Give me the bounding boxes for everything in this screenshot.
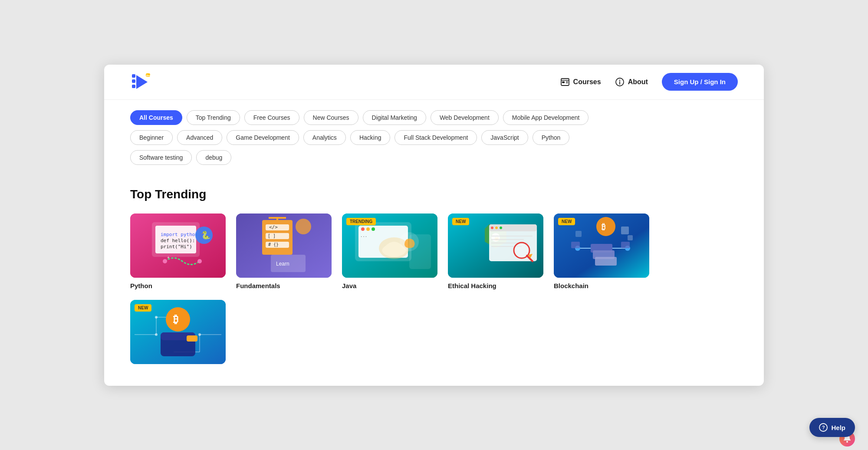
course-badge-java: TRENDING: [346, 218, 376, 225]
main-content: Top Trending import python def hello(): …: [104, 174, 764, 386]
signin-button[interactable]: Sign Up / Sign In: [662, 73, 738, 91]
nav-about[interactable]: About: [615, 77, 648, 87]
filter-tag[interactable]: Free Courses: [244, 110, 299, 125]
course-card-java[interactable]: ... TRENDINGJava: [342, 214, 437, 289]
header: Beta Courses: [104, 65, 764, 100]
filter-tag[interactable]: Digital Marketing: [363, 110, 426, 125]
help-button[interactable]: ? Help: [809, 418, 855, 437]
nav: Courses About Sign Up / Sign In: [560, 73, 738, 91]
svg-text:def hello():: def hello():: [161, 238, 195, 243]
section-title: Top Trending: [130, 187, 738, 201]
nav-about-label: About: [628, 78, 648, 86]
course-card-blockchain[interactable]: ₿ NEWBlockchain: [554, 214, 649, 289]
filter-row-1: All CoursesTop TrendingFree CoursesNew C…: [130, 110, 738, 125]
course-thumbnail-ethical-hacking: 🔒 NEW: [448, 214, 543, 278]
svg-point-93: [846, 441, 848, 443]
course-thumbnail-crypto-wallet: ₿ NEW: [130, 300, 226, 364]
courses-second-row: ₿ NEW: [130, 300, 738, 368]
filter-tag[interactable]: Web Development: [431, 110, 499, 125]
courses-icon: [560, 77, 570, 87]
svg-rect-73: [571, 242, 580, 248]
main-window: Beta Courses: [104, 65, 764, 386]
svg-text:import python: import python: [161, 232, 198, 237]
svg-rect-74: [621, 242, 630, 248]
filter-tag[interactable]: Python: [533, 130, 570, 145]
svg-point-43: [372, 227, 375, 231]
about-icon: [615, 77, 625, 87]
svg-rect-47: [409, 234, 431, 269]
course-thumbnail-blockchain: ₿ NEW: [554, 214, 649, 278]
svg-point-22: [163, 259, 167, 263]
svg-text:print("Hi"): print("Hi"): [161, 244, 192, 250]
course-card-python[interactable]: import python def hello(): print("Hi") 🐍…: [130, 214, 226, 289]
course-card-fundamentals[interactable]: </> [ ] # {} Learn Fundamentals: [236, 214, 332, 289]
filter-tag[interactable]: New Courses: [304, 110, 358, 125]
svg-text:[  ]: [ ]: [268, 233, 276, 238]
svg-text:...: ...: [360, 233, 367, 238]
course-thumbnail-java: ... TRENDING: [342, 214, 437, 278]
filter-tag[interactable]: Beginner: [130, 130, 173, 145]
svg-text:₿: ₿: [602, 223, 605, 231]
svg-rect-1: [132, 79, 135, 83]
filter-tag[interactable]: Top Trending: [187, 110, 240, 125]
course-card-ethical-hacking[interactable]: 🔒 NEWEthical Hacking: [448, 214, 543, 289]
course-badge-crypto-wallet: NEW: [135, 304, 151, 312]
help-label: Help: [831, 424, 845, 431]
logo-icon: Beta: [130, 72, 151, 92]
filter-tag[interactable]: Software testing: [130, 150, 192, 165]
course-badge-blockchain: NEW: [558, 218, 575, 225]
svg-text:</>: </>: [269, 224, 278, 230]
svg-rect-0: [132, 74, 135, 78]
filter-tag[interactable]: Advanced: [177, 130, 222, 145]
svg-point-53: [491, 227, 493, 229]
filter-tag[interactable]: Full Stack Development: [395, 130, 477, 145]
svg-point-54: [495, 227, 498, 229]
course-label-java: Java: [342, 282, 437, 289]
filter-row-2: BeginnerAdvancedGame DevelopmentAnalytic…: [130, 130, 738, 145]
svg-point-87: [198, 333, 201, 336]
svg-text:+: +: [167, 255, 170, 260]
filter-row-3: Software testingdebug: [130, 150, 738, 165]
svg-text:🐍: 🐍: [201, 230, 211, 240]
filter-section: All CoursesTop TrendingFree CoursesNew C…: [104, 100, 764, 174]
svg-point-85: [155, 316, 158, 319]
svg-rect-75: [621, 227, 629, 234]
filter-tag[interactable]: Mobile App Development: [503, 110, 589, 125]
svg-point-55: [500, 227, 502, 229]
course-thumbnail-python: import python def hello(): print("Hi") 🐍…: [130, 214, 226, 278]
svg-text:₿: ₿: [173, 313, 178, 325]
svg-rect-92: [187, 335, 197, 342]
course-label-python: Python: [130, 282, 226, 289]
filter-tag[interactable]: Analytics: [303, 130, 346, 145]
svg-point-37: [296, 219, 311, 234]
svg-rect-68: [595, 257, 617, 266]
nav-courses[interactable]: Courses: [560, 77, 601, 87]
help-icon: ?: [819, 423, 828, 432]
svg-point-64: [596, 217, 615, 236]
svg-rect-77: [628, 235, 633, 240]
filter-tag[interactable]: All Courses: [130, 110, 182, 125]
filter-tag[interactable]: Game Development: [227, 130, 299, 145]
filter-tag[interactable]: JavaScript: [481, 130, 528, 145]
svg-point-23: [197, 259, 202, 263]
svg-text:?: ?: [822, 425, 825, 430]
svg-marker-3: [136, 75, 148, 89]
svg-point-41: [361, 227, 365, 231]
svg-point-86: [155, 333, 158, 336]
svg-text:#  {}: # {}: [268, 242, 279, 247]
course-label-ethical-hacking: Ethical Hacking: [448, 282, 543, 289]
course-card-crypto-wallet[interactable]: ₿ NEW: [130, 300, 226, 368]
svg-point-42: [366, 227, 370, 231]
filter-tag[interactable]: debug: [196, 150, 231, 165]
svg-point-13: [619, 79, 620, 80]
course-badge-ethical-hacking: NEW: [452, 218, 469, 225]
nav-courses-label: Courses: [573, 78, 601, 86]
svg-rect-76: [575, 231, 582, 237]
courses-grid: import python def hello(): print("Hi") 🐍…: [130, 214, 738, 289]
filter-tag[interactable]: Hacking: [350, 130, 391, 145]
svg-rect-8: [562, 81, 565, 83]
logo[interactable]: Beta: [130, 72, 151, 92]
course-thumbnail-fundamentals: </> [ ] # {} Learn: [236, 214, 332, 278]
svg-rect-2: [132, 85, 135, 88]
course-label-fundamentals: Fundamentals: [236, 282, 332, 289]
